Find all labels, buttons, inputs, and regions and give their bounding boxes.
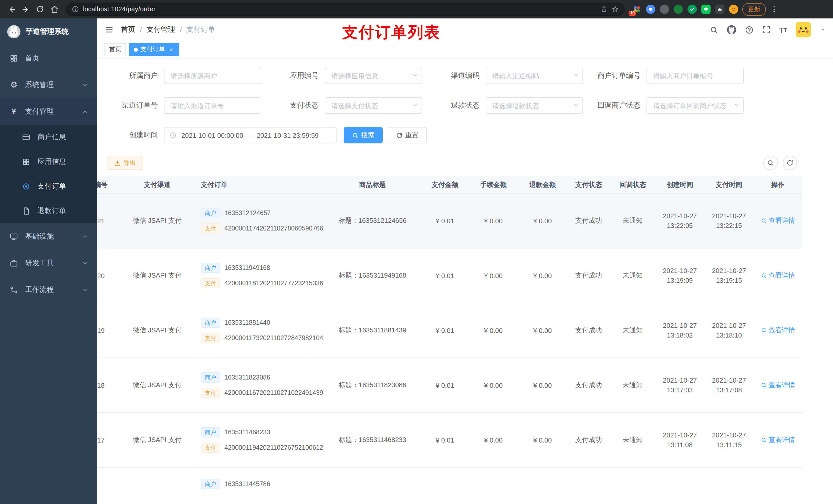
forward-icon[interactable] (19, 2, 33, 16)
sidebar-item-system[interactable]: ⚙系统管理 (0, 72, 97, 98)
chevron-down-icon (412, 102, 418, 108)
subject-cell: 标题：1635311949168 (324, 271, 421, 280)
toggle-search-icon[interactable] (763, 156, 778, 170)
sidebar-item-home[interactable]: 首页 (0, 45, 97, 72)
sidebar-item-label: 系统管理 (25, 80, 54, 90)
tags-view: 首页 支付订单 × (97, 41, 833, 58)
browser-menu-icon[interactable] (770, 5, 778, 13)
main-panel: 首页 / 支付管理 / 支付订单 支付订单列表 TT (97, 19, 833, 504)
font-size-icon[interactable]: TT (779, 25, 787, 34)
merchant-order-no-input[interactable] (646, 68, 744, 84)
help-icon[interactable] (745, 25, 753, 34)
tab-pay-order[interactable]: 支付订单 × (129, 43, 179, 56)
home-icon[interactable] (47, 2, 62, 16)
merchant-order-no: 1635311823086 (224, 374, 270, 381)
extension-chat-icon[interactable] (701, 5, 711, 14)
pay-status-cell: 支付成功 (567, 271, 610, 280)
sidebar-item-infrastructure[interactable]: 基础设施 (0, 223, 97, 250)
extension-badge: 10 (628, 11, 636, 16)
filter-label: 所属商户 (108, 71, 164, 80)
sidebar-item-dev-tools[interactable]: 研发工具 (0, 250, 97, 277)
pay-order-cell: 商户1635311445786 (196, 479, 324, 489)
breadcrumb-home[interactable]: 首页 (121, 25, 135, 34)
view-detail-link[interactable]: 查看详情 (761, 271, 795, 280)
sidebar-item-pay-order[interactable]: 支付订单 (0, 174, 97, 199)
refund-status-select[interactable] (486, 97, 583, 114)
sidebar-item-label: 支付管理 (25, 107, 54, 116)
merchant-tag: 商户 (201, 263, 220, 273)
extension-check-icon[interactable] (688, 5, 697, 14)
export-button[interactable]: 导出 (108, 156, 142, 170)
pay-time-cell: 2021-10-2713:11:15 (705, 430, 754, 450)
extension-gray-icon[interactable] (660, 5, 669, 14)
search-button[interactable]: 搜索 (344, 127, 383, 143)
site-info-icon[interactable] (72, 6, 79, 13)
browser-update-button[interactable]: 更新 (742, 3, 766, 16)
refund-cell: ¥ 0.00 (518, 436, 567, 444)
view-detail-link[interactable]: 查看详情 (761, 216, 795, 225)
github-icon[interactable] (727, 25, 736, 34)
filter-row-3: 创建时间 2021-10-01 00:00:00 - 2021-10-31 23… (108, 127, 823, 143)
create-time-range-picker[interactable]: 2021-10-01 00:00:00 - 2021-10-31 23:59:5… (164, 127, 337, 143)
sidebar-item-label: 退款订单 (38, 207, 66, 216)
orders-table: 编号支付渠道支付订单商品标题支付金额手续金额退款金额支付状态回调状态创建时间支付… (97, 176, 802, 503)
merchant-input[interactable] (164, 68, 261, 84)
logo-avatar (7, 25, 21, 39)
sidebar-item-payment[interactable]: ¥支付管理 (0, 98, 97, 125)
reload-icon[interactable] (33, 2, 47, 16)
close-icon[interactable]: × (168, 46, 175, 53)
extension-colorful-icon[interactable]: 10 (632, 5, 641, 14)
logo-row[interactable]: 芋道管理系统 (0, 19, 97, 45)
app-no-select[interactable] (325, 68, 422, 84)
channel-tag: 支付 (201, 278, 220, 288)
extension-green-icon[interactable] (674, 5, 683, 14)
sidebar-item-merchant-info[interactable]: 商户信息 (0, 125, 97, 149)
order-id-cell: 18 (97, 381, 119, 389)
view-detail-link[interactable]: 查看详情 (761, 326, 795, 335)
dashboard-icon (9, 54, 19, 63)
sidebar-item-refund-order[interactable]: 退款订单 (0, 199, 97, 223)
extension-puzzle-icon[interactable] (715, 5, 724, 14)
channel-order-no-input[interactable] (164, 97, 261, 114)
chevron-down-icon (82, 82, 88, 88)
refresh-icon (396, 132, 403, 139)
sidebar-item-app-info[interactable]: 应用信息 (0, 149, 97, 174)
fee-cell: ¥ 0.00 (469, 217, 518, 224)
merchant-order-no: 1635312124657 (224, 210, 271, 217)
pay-channel-cell: 微信 JSAPI 支付 (119, 326, 196, 335)
user-avatar[interactable] (795, 22, 811, 38)
tab-home[interactable]: 首页 (104, 43, 126, 56)
sidebar-item-workflow[interactable]: 工作流程 (0, 277, 97, 303)
order-id-cell: 21 (97, 217, 119, 224)
chevron-down-icon (573, 72, 579, 78)
refresh-table-icon[interactable] (783, 156, 797, 170)
subject-cell: 标题：1635311468233 (324, 435, 421, 445)
channel-code-select[interactable] (486, 68, 583, 84)
back-icon[interactable] (4, 2, 19, 16)
col-header-ctime: 创建时间 (655, 180, 705, 189)
extension-pin-icon[interactable] (646, 5, 655, 14)
reset-button[interactable]: 重置 (388, 127, 427, 143)
refund-cell: ¥ 0.00 (518, 272, 567, 280)
address-bar[interactable]: localhost:1024/pay/order (66, 3, 625, 16)
bookmark-star-icon[interactable] (612, 6, 619, 13)
col-header-subject: 商品标题 (324, 180, 421, 189)
navbar-actions: TT (709, 22, 826, 38)
extension-smiley-icon[interactable] (729, 5, 738, 14)
view-detail-link[interactable]: 查看详情 (761, 381, 795, 390)
search-icon[interactable] (709, 25, 718, 34)
filter-merchant-order-no: 商户订单编号 (590, 68, 744, 84)
pay-status-select[interactable] (325, 97, 422, 114)
chevron-down-icon[interactable] (820, 27, 826, 33)
pay-time-cell: 2021-10-2713:17:08 (705, 376, 754, 395)
share-icon[interactable] (600, 6, 608, 13)
view-detail-link[interactable]: 查看详情 (761, 435, 795, 445)
hamburger-icon[interactable] (104, 25, 114, 34)
subject-cell: 标题：1635312124656 (324, 216, 421, 225)
merchant-order-no: 1635311445786 (224, 480, 270, 488)
fullscreen-icon[interactable] (762, 26, 770, 34)
create-time-cell: 2021-10-2713:17:03 (655, 376, 705, 395)
flow-icon (9, 286, 19, 294)
breadcrumb-pay-manage[interactable]: 支付管理 (146, 25, 175, 34)
notify-status-select[interactable] (646, 97, 744, 114)
